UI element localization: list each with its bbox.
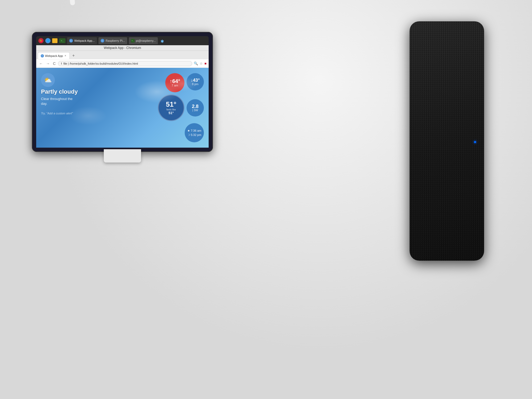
weather-icon-symbol: ⛅ [44, 76, 52, 84]
address-bar[interactable]: ℹ file | /home/pi/sdk_folder/ss-build/mo… [58, 61, 192, 66]
bookmark-icon[interactable]: ☆ [200, 61, 203, 65]
wind-direction-value: | SW [192, 109, 198, 112]
bluetooth-speaker [410, 21, 484, 261]
taskbar-tab-webpack[interactable]: C Webpack App... [67, 37, 97, 44]
speaker-led-indicator [474, 141, 476, 143]
taskbar-tab-terminal[interactable]: >_ pi@raspberry... [129, 37, 158, 44]
weather-right-panel: ↑64° 7 am ↓43° 8 pm 51° [126, 73, 204, 142]
feels-like-label: feels like [166, 108, 176, 111]
feels-like-value: 51° [168, 111, 174, 115]
temp-circles-row: ↑64° 7 am ↓43° 8 pm [165, 73, 204, 92]
weather-layout: ⛅ Partly cloudy Clear throughout theday.… [41, 73, 204, 142]
address-bar-row: ← → C ℹ file | /home/pi/sdk_folder/ss-bu… [36, 59, 209, 68]
globe-icon[interactable]: 🌐 [45, 38, 51, 43]
window-title-bar: Webpack App - Chromium [36, 45, 209, 51]
sun-row: ★ 7:36 am ☽ 5:32 pm [185, 123, 204, 142]
forward-button[interactable]: → [45, 61, 51, 66]
high-temp-time: 7 am [172, 84, 178, 87]
webpack-tab-icon: C [69, 39, 73, 43]
bluetooth-icon[interactable]: ✱ [160, 39, 164, 43]
current-temp-circle: 51° feels like 51° [158, 94, 184, 121]
window-title: Webpack App - Chromium [104, 46, 141, 50]
sun-times-circle: ★ 7:36 am ☽ 5:32 pm [185, 123, 204, 142]
url-text: file | /home/pi/sdk_folder/ss-build/modu… [63, 62, 138, 65]
browser-tabs-row: C Webpack App × + [36, 51, 209, 59]
os-taskbar: 🍓 🌐 >_ C Webpack App... C Raspberry Pi..… [36, 36, 209, 45]
sunset-time: ☽ 5:32 pm [187, 133, 201, 137]
browser-chrome: 🍓 🌐 >_ C Webpack App... C Raspberry Pi..… [36, 36, 209, 148]
main-weather-row: 51° feels like 51° 2.8 | SW [158, 94, 204, 121]
taskbar-tab-webpack-label: Webpack App... [74, 39, 95, 42]
wind-speed-value: 2.8 [192, 104, 199, 109]
weather-hint: Try, "Add a custom alert" [41, 112, 119, 115]
weather-left-panel: ⛅ Partly cloudy Clear throughout theday.… [41, 73, 119, 115]
high-temp-value: ↑64° [170, 78, 180, 84]
weather-condition-icon: ⛅ [41, 73, 55, 87]
browser-tab-webpack[interactable]: C Webpack App × [38, 52, 70, 59]
folder-icon[interactable] [52, 38, 57, 43]
webpack-favicon: C [41, 54, 44, 57]
sunrise-time: ★ 7:36 am [187, 128, 201, 133]
terminal-icon[interactable]: >_ [59, 38, 65, 43]
browser-tab-label: Webpack App [45, 54, 63, 57]
extension-icon: ■ [204, 61, 207, 65]
wind-circle: 2.8 | SW [187, 99, 204, 117]
low-temp-time: 8 pm [192, 82, 198, 86]
speaker-grill [410, 21, 484, 261]
raspberry-menu-icon[interactable]: 🍓 [38, 38, 44, 43]
raspberry-pi-device: 🍓 🌐 >_ C Webpack App... C Raspberry Pi..… [32, 32, 213, 152]
tablet-body: 🍓 🌐 >_ C Webpack App... C Raspberry Pi..… [32, 32, 213, 152]
terminal-tab-icon: >_ [131, 39, 135, 43]
back-button[interactable]: ← [38, 61, 44, 66]
current-temp-value: 51° [166, 101, 176, 108]
raspberry-tab-icon: C [101, 39, 104, 43]
refresh-button[interactable]: C [52, 61, 56, 66]
weather-condition-title: Partly cloudy [41, 89, 119, 95]
tablet-stand [104, 149, 141, 163]
new-tab-button[interactable]: + [71, 53, 76, 58]
low-temp-value: ↓43° [191, 78, 200, 82]
taskbar-tab-raspberry[interactable]: C Raspberry Pi... [98, 37, 127, 44]
zoom-icon: 🔍 [194, 61, 198, 65]
info-icon: ℹ [61, 62, 62, 65]
weather-app: ⛅ Partly cloudy Clear throughout theday.… [36, 68, 209, 148]
taskbar-tab-terminal-label: pi@raspberry... [136, 39, 156, 42]
low-temp-circle: ↓43° 8 pm [187, 73, 204, 90]
taskbar-tab-raspberry-label: Raspberry Pi... [106, 39, 125, 42]
weather-description: Clear throughout theday. [41, 97, 119, 106]
high-temp-circle: ↑64° 7 am [165, 73, 184, 92]
tab-close-button[interactable]: × [64, 54, 67, 57]
